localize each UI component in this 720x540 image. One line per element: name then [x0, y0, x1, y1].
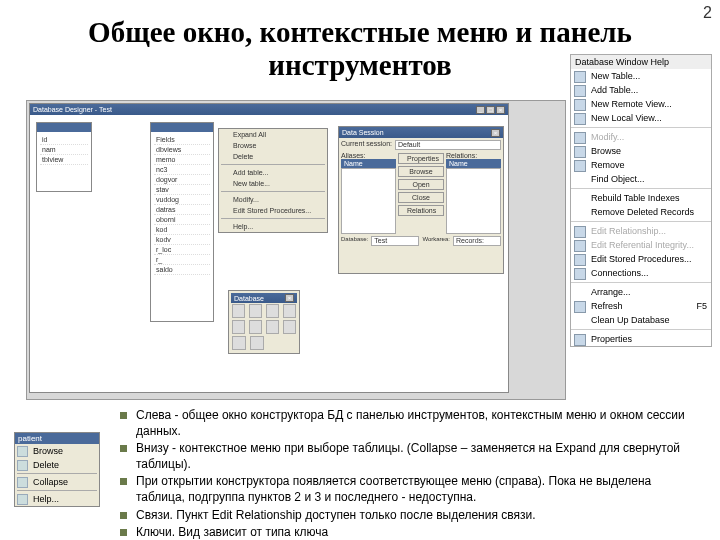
session-button[interactable]: Open: [398, 179, 444, 190]
cur-session-field[interactable]: Default: [395, 140, 501, 150]
db-menu-item[interactable]: Edit Stored Procedures...: [571, 252, 711, 266]
menu-header[interactable]: Database Window Help: [571, 55, 711, 69]
db-menu-item: Edit Referential Integrity...: [571, 238, 711, 252]
tool-icon[interactable]: [232, 336, 246, 350]
context-menu-item[interactable]: Expand All: [219, 129, 327, 140]
relations-label: Relations:: [446, 152, 501, 159]
db-menu-item[interactable]: Rebuild Table Indexes: [571, 191, 711, 205]
db-menu-item[interactable]: New Local View...: [571, 111, 711, 125]
field-item[interactable]: dbviews: [154, 145, 210, 155]
aliases-label: Aliases:: [341, 152, 396, 159]
table-menu-item[interactable]: Delete: [15, 458, 99, 472]
tool-icon[interactable]: [283, 304, 296, 318]
bullet-item: Связи. Пункт Edit Relationship доступен …: [120, 508, 692, 524]
field-item[interactable]: nc3: [154, 165, 210, 175]
field-item[interactable]: r_loc: [154, 245, 210, 255]
context-menu-item[interactable]: Edit Stored Procedures...: [219, 205, 327, 216]
db-menu-item[interactable]: RefreshF5: [571, 299, 711, 313]
table-item[interactable]: nam: [40, 145, 88, 155]
menu-item-icon: [574, 113, 586, 125]
table-item[interactable]: tblview: [40, 155, 88, 165]
menu-item-icon: [17, 477, 28, 488]
tool-icon[interactable]: [232, 320, 245, 334]
table-menu-item[interactable]: Browse: [15, 444, 99, 458]
db-menu-item[interactable]: Clean Up Database: [571, 313, 711, 327]
context-menu-item[interactable]: Help...: [219, 221, 327, 232]
field-item[interactable]: dogvor: [154, 175, 210, 185]
table-menu-item[interactable]: Collapse: [15, 475, 99, 489]
menu-item-label: Properties: [591, 334, 632, 344]
field-item[interactable]: Fields: [154, 135, 210, 145]
db-menu-item[interactable]: Browse: [571, 144, 711, 158]
tool-icon[interactable]: [266, 320, 279, 334]
context-menu-item[interactable]: Delete: [219, 151, 327, 162]
table-menu-item[interactable]: Help...: [15, 492, 99, 506]
db-menu-item[interactable]: Properties: [571, 332, 711, 346]
field-item[interactable]: kod: [154, 225, 210, 235]
db-menu-item[interactable]: Add Table...: [571, 83, 711, 97]
separator: [17, 490, 97, 491]
designer-title: Database Designer - Test: [33, 106, 112, 113]
menu-item-icon: [574, 85, 586, 97]
table-item[interactable]: id: [40, 135, 88, 145]
context-menu-item[interactable]: Browse: [219, 140, 327, 151]
separator: [571, 127, 711, 128]
menu-item-label: New Remote View...: [591, 99, 672, 109]
field-item[interactable]: memo: [154, 155, 210, 165]
maximize-icon[interactable]: □: [486, 106, 495, 114]
left-table-panel: idnamtblview: [36, 122, 92, 192]
separator: [571, 329, 711, 330]
field-item[interactable]: datras: [154, 205, 210, 215]
context-menu-item[interactable]: Add table...: [219, 167, 327, 178]
database-main-menu: Database Window Help New Table...Add Tab…: [570, 54, 712, 347]
tool-icon[interactable]: [232, 304, 245, 318]
db-field: Test: [371, 236, 419, 246]
menu-item-label: Edit Relationship...: [591, 226, 666, 236]
menu-item-label: Arrange...: [591, 287, 631, 297]
minimize-icon[interactable]: _: [476, 106, 485, 114]
db-menu-item[interactable]: Arrange...: [571, 285, 711, 299]
menu-item-label: Refresh: [591, 301, 623, 311]
context-menu-item[interactable]: Modify...: [219, 194, 327, 205]
db-menu-item[interactable]: Remove: [571, 158, 711, 172]
db-menu-item[interactable]: New Remote View...: [571, 97, 711, 111]
separator: [221, 218, 325, 219]
field-item[interactable]: stav: [154, 185, 210, 195]
session-titlebar: Data Session ×: [339, 127, 503, 138]
field-item[interactable]: r_: [154, 255, 210, 265]
context-menu-item[interactable]: New table...: [219, 178, 327, 189]
db-menu-item[interactable]: Connections...: [571, 266, 711, 280]
menu-item-icon: [574, 301, 586, 313]
field-item[interactable]: oborni: [154, 215, 210, 225]
tool-icon[interactable]: [250, 336, 264, 350]
session-button[interactable]: Relations: [398, 205, 444, 216]
db-menu-item[interactable]: Find Object...: [571, 172, 711, 186]
menu-item-icon: [574, 132, 586, 144]
menu-item-label: Rebuild Table Indexes: [591, 193, 679, 203]
session-button[interactable]: Properties: [398, 153, 444, 164]
toolbar-title: Database×: [231, 293, 297, 303]
tool-icon[interactable]: [249, 304, 262, 318]
db-menu-item[interactable]: Remove Deleted Records: [571, 205, 711, 219]
field-item[interactable]: vuddog: [154, 195, 210, 205]
db-menu-item: Modify...: [571, 130, 711, 144]
session-button[interactable]: Close: [398, 192, 444, 203]
aliases-list[interactable]: [341, 168, 396, 234]
db-menu-item[interactable]: New Table...: [571, 69, 711, 83]
relations-list[interactable]: [446, 168, 501, 234]
close-icon[interactable]: ×: [285, 294, 294, 302]
menu-item-label: Remove: [591, 160, 625, 170]
tool-icon[interactable]: [283, 320, 296, 334]
session-button[interactable]: Browse: [398, 166, 444, 177]
separator: [571, 221, 711, 222]
menu-item-label: Clean Up Database: [591, 315, 670, 325]
menu-item-icon: [17, 446, 28, 457]
records-field: Records:: [453, 236, 501, 246]
tool-icon[interactable]: [266, 304, 279, 318]
tool-icon[interactable]: [249, 320, 262, 334]
close-icon[interactable]: ×: [491, 129, 500, 137]
field-item[interactable]: kodv: [154, 235, 210, 245]
field-item[interactable]: saldo: [154, 265, 210, 275]
close-icon[interactable]: ×: [496, 106, 505, 114]
menu-item-label: Edit Stored Procedures...: [591, 254, 692, 264]
